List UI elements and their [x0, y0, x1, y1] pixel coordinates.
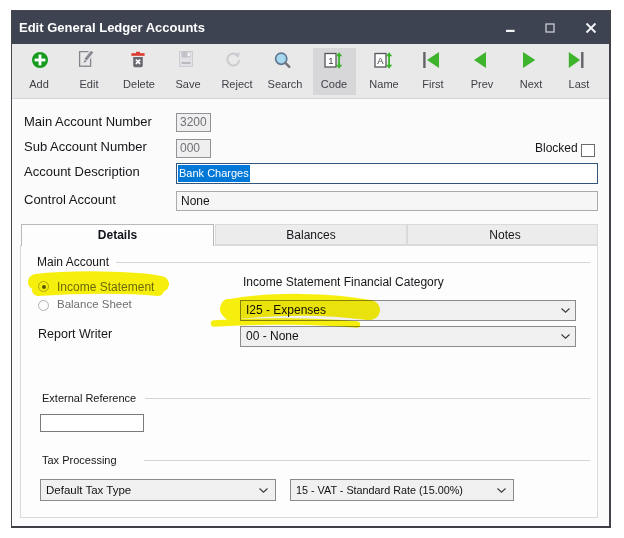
svg-text:A: A [377, 55, 384, 66]
svg-text:1: 1 [328, 55, 333, 66]
